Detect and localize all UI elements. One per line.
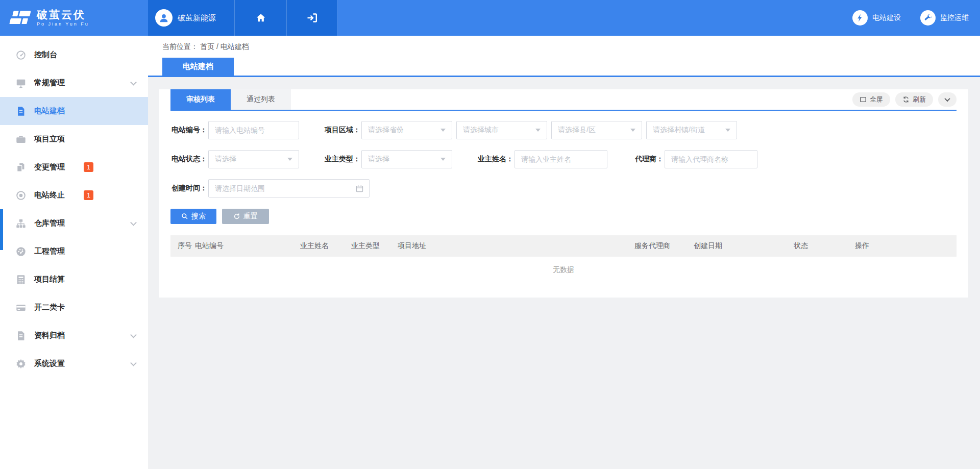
owner-type-select[interactable]: 请选择 [361, 150, 452, 168]
quick-station-build-button[interactable]: 电站建设 [852, 10, 901, 26]
sitemap-icon [15, 218, 27, 229]
chevron-down-icon [130, 79, 137, 85]
county-placeholder: 请选择县/区 [558, 126, 630, 135]
station-filing-panel: 审核列表 通过列表 全屏 刷新 [159, 89, 968, 298]
sidebar-item-warehouse-mgmt[interactable]: 仓库管理 [0, 209, 148, 237]
filter-owner-type: 业主类型： 请选择 [324, 150, 452, 168]
chevron-down-icon [944, 96, 950, 102]
topbar-quick-actions: 电站建设 监控运维 [852, 0, 980, 36]
county-select[interactable]: 请选择县/区 [551, 121, 642, 139]
user-icon [158, 12, 169, 23]
record-circle-icon [15, 190, 27, 201]
quick-monitor-ops-label: 监控运维 [940, 13, 969, 22]
sidebar-item-station-termination[interactable]: 电站终止 1 [0, 181, 148, 209]
station-status-select[interactable]: 请选择 [208, 150, 299, 168]
refresh-button[interactable]: 刷新 [895, 92, 933, 107]
gauge-icon [15, 50, 27, 61]
brand-subtitle: Po Jian Yun Fu [37, 22, 89, 27]
table-header-row: 序号 电站编号 业主姓名 业主类型 项目地址 服务代理商 创建日期 状态 操作 [170, 235, 957, 257]
monitor-icon [15, 78, 27, 89]
station-no-input[interactable] [208, 121, 299, 139]
topbar-spacer [337, 0, 852, 36]
caret-down-icon [535, 129, 541, 132]
agent-input[interactable] [665, 150, 757, 168]
chevron-down-icon [130, 331, 137, 338]
sidebar-item-label: 资料归档 [34, 331, 65, 340]
sign-in-icon [306, 12, 318, 24]
date-range-input[interactable] [209, 180, 355, 197]
search-button[interactable]: 搜索 [170, 209, 216, 224]
fullscreen-icon [860, 96, 867, 103]
sidebar-item-system-settings[interactable]: 系统设置 [0, 350, 148, 378]
city-select[interactable]: 请选择城市 [456, 121, 547, 139]
filter-created-time: 创建时间： [170, 179, 370, 198]
sidebar-item-data-archive[interactable]: 资料归档 [0, 322, 148, 350]
briefcase-icon [15, 134, 27, 145]
sidebar-item-general-mgmt[interactable]: 常规管理 [0, 69, 148, 97]
sidebar-item-label: 系统设置 [34, 359, 65, 368]
speedometer-icon [15, 246, 27, 257]
col-station-no: 电站编号 [195, 241, 300, 251]
sidebar-item-label: 项目结算 [34, 275, 65, 284]
owner-type-placeholder: 请选择 [368, 155, 440, 164]
brand-logo-icon [8, 8, 31, 28]
calendar-icon [355, 184, 364, 193]
owner-name-input[interactable] [514, 150, 607, 168]
page-tab-station-filing[interactable]: 电站建档 [162, 58, 234, 76]
sign-in-button[interactable] [287, 0, 337, 36]
gear-icon [15, 358, 27, 369]
date-range-picker[interactable] [208, 179, 370, 198]
wrench-icon [920, 10, 936, 26]
status-placeholder: 请选择 [215, 155, 287, 164]
breadcrumb-path[interactable]: 首页 / 电站建档 [200, 42, 249, 52]
sidebar-item-console[interactable]: 控制台 [0, 41, 148, 69]
filter-form: 电站编号： 项目区域： 请选择省份 请选择城市 [159, 111, 968, 198]
sidebar-item-label: 常规管理 [34, 78, 65, 88]
sidebar-item-label: 开二类卡 [34, 303, 65, 312]
col-owner-type: 业主类型 [351, 241, 398, 251]
reset-icon [233, 213, 240, 220]
filter-station-status: 电站状态： 请选择 [170, 150, 299, 168]
search-icon [181, 213, 188, 220]
tab-review-list[interactable]: 审核列表 [170, 89, 231, 110]
filter-owner-name: 业主姓名： [477, 150, 607, 168]
tab-passed-list[interactable]: 通过列表 [231, 89, 291, 110]
file-icon [15, 330, 27, 341]
col-service-agent: 服务代理商 [634, 241, 694, 251]
sidebar-item-label: 电站终止 [34, 190, 65, 200]
chevron-down-icon [130, 219, 137, 226]
main-content: 当前位置： 首页 / 电站建档 电站建档 审核列表 通过列表 全屏 [148, 36, 980, 469]
fullscreen-button[interactable]: 全屏 [852, 92, 890, 107]
province-select[interactable]: 请选择省份 [361, 121, 452, 139]
collapse-button[interactable] [938, 92, 957, 107]
home-button[interactable] [235, 0, 287, 36]
caret-down-icon [630, 129, 635, 132]
document-icon [15, 106, 27, 117]
topbar-band: 破茧新能源 [148, 0, 337, 36]
sidebar-item-project-initiation[interactable]: 项目立项 [0, 125, 148, 153]
user-menu[interactable]: 破茧新能源 [148, 0, 235, 36]
sidebar-item-label: 电站建档 [34, 106, 65, 116]
sidebar-item-station-filing[interactable]: 电站建档 [0, 97, 148, 125]
filter-agent: 代理商： [632, 150, 757, 168]
station-status-label: 电站状态： [170, 155, 208, 164]
filter-row-1: 电站编号： 项目区域： 请选择省份 请选择城市 [170, 121, 957, 139]
sidebar-item-label: 项目立项 [34, 134, 65, 144]
town-select[interactable]: 请选择村镇/街道 [646, 121, 737, 139]
workarea: 审核列表 通过列表 全屏 刷新 [148, 77, 980, 469]
reset-button[interactable]: 重置 [222, 209, 269, 224]
quick-station-build-label: 电站建设 [872, 13, 901, 22]
sidebar-item-project-settlement[interactable]: 项目结算 [0, 265, 148, 293]
sidebar-item-engineering-mgmt[interactable]: 工程管理 [0, 237, 148, 265]
empty-state: 无数据 [170, 257, 957, 283]
city-placeholder: 请选择城市 [463, 126, 535, 135]
sidebar-item-open-class2-card[interactable]: 开二类卡 [0, 293, 148, 322]
results-table: 序号 电站编号 业主姓名 业主类型 项目地址 服务代理商 创建日期 状态 操作 … [170, 235, 957, 298]
sidebar-item-change-mgmt[interactable]: 变更管理 1 [0, 153, 148, 181]
sidebar-item-label: 变更管理 [34, 162, 65, 172]
copy-icon [15, 162, 27, 173]
sidebar-item-label: 控制台 [34, 50, 57, 60]
fullscreen-label: 全屏 [870, 95, 883, 104]
quick-monitor-ops-button[interactable]: 监控运维 [920, 10, 969, 26]
panel-toolbar: 全屏 刷新 [852, 92, 957, 107]
